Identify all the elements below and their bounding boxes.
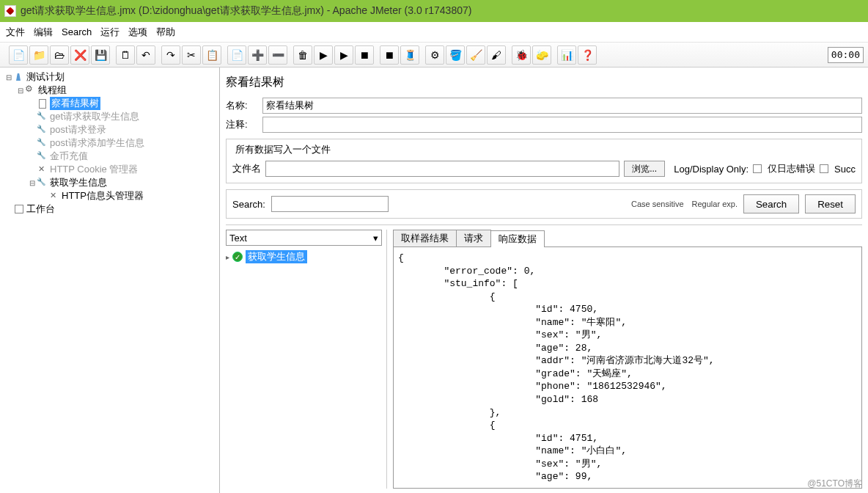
toolbar-button-4[interactable]: 💾: [91, 45, 110, 65]
x-icon: [48, 191, 60, 201]
timer-display: 00:00: [828, 47, 864, 63]
toolbar-button-21[interactable]: 🧹: [466, 45, 485, 65]
write-all-data-legend: 所有数据写入一个文件: [232, 143, 334, 156]
filename-input[interactable]: [265, 161, 619, 177]
menu-search[interactable]: Search: [62, 26, 92, 37]
watermark: @51CTO博客: [807, 478, 862, 490]
titlebar: get请求获取学生信息.jmx (D:\zidonghua\get请求获取学生信…: [0, 0, 868, 22]
menubar: 文件 编辑 Search 运行 选项 帮助: [0, 22, 868, 43]
renderer-select[interactable]: Text ▾: [226, 230, 382, 246]
window-title: get请求获取学生信息.jmx (D:\zidonghua\get请求获取学生信…: [21, 4, 471, 18]
name-label: 名称:: [226, 99, 262, 112]
tree-item-label: post请求添加学生信息: [50, 136, 144, 150]
search-input[interactable]: [271, 196, 389, 212]
toolbar-button-5[interactable]: 🗒: [116, 45, 135, 65]
doc-icon: [37, 98, 48, 109]
flask-icon: [13, 72, 25, 82]
response-body[interactable]: { "error_code": 0, "stu_info": [ { "id":…: [393, 247, 862, 489]
results-area: Text ▾ ▸ ✓ 获取学生信息 取样器结果 请求 响应数据 { "error…: [226, 224, 862, 489]
toolbar-button-18[interactable]: 🧵: [400, 45, 419, 65]
tree-item-label: 线程组: [38, 84, 67, 97]
tree-panel[interactable]: ⊟测试计划⊟线程组察看结果树get请求获取学生信息post请求登录post请求添…: [0, 67, 220, 493]
name-input[interactable]: [262, 98, 862, 114]
menu-file[interactable]: 文件: [6, 26, 25, 39]
toolbar-button-24[interactable]: 🧽: [532, 45, 551, 65]
tree-item-5[interactable]: post请求添加学生信息: [1, 136, 218, 150]
tree-item-label: 获取学生信息: [50, 176, 107, 189]
expand-icon[interactable]: ⊟: [4, 73, 13, 81]
wrench-icon: [37, 112, 48, 122]
toolbar-button-17[interactable]: ⏹: [380, 45, 399, 65]
toolbar-button-11[interactable]: ➕: [248, 45, 267, 65]
toolbar-button-1[interactable]: 📁: [29, 45, 48, 65]
toolbar-button-23[interactable]: 🐞: [512, 45, 531, 65]
toolbar-button-10[interactable]: 📄: [227, 45, 246, 65]
gear-icon: [25, 85, 37, 95]
toolbar-button-7[interactable]: ↷: [161, 45, 180, 65]
search-label: Search:: [232, 199, 265, 210]
result-item[interactable]: ▸ ✓ 获取学生信息: [226, 250, 382, 263]
toolbar-button-20[interactable]: 🪣: [446, 45, 465, 65]
toolbar-button-16[interactable]: ⏹: [355, 45, 374, 65]
expand-icon[interactable]: ⊟: [28, 179, 37, 187]
menu-help[interactable]: 帮助: [156, 26, 175, 39]
browse-button[interactable]: 浏览...: [624, 161, 665, 177]
tree-item-label: 工作台: [26, 202, 55, 216]
case-sensitive-label: Case sensitive: [631, 200, 684, 208]
tree-item-10[interactable]: 工作台: [1, 202, 218, 216]
search-button[interactable]: Search: [743, 194, 799, 213]
menu-run[interactable]: 运行: [100, 26, 119, 39]
toolbar-button-2[interactable]: 🗁: [50, 45, 69, 65]
tree-item-label: 测试计划: [26, 70, 65, 84]
tree-item-8[interactable]: ⊟获取学生信息: [1, 176, 218, 189]
tab-sampler[interactable]: 取样器结果: [393, 230, 457, 246]
toolbar-button-26[interactable]: ❓: [578, 45, 597, 65]
wrench-icon: [37, 138, 48, 148]
only-errors-label: 仅日志错误: [768, 162, 815, 175]
toolbar-button-3[interactable]: ❌: [70, 45, 89, 65]
toolbar-button-19[interactable]: ⚙: [425, 45, 444, 65]
toolbar-button-22[interactable]: 🖌: [487, 45, 506, 65]
tree-item-label: HTTP Cookie 管理器: [50, 163, 138, 176]
tree-expand-icon: ▸: [226, 253, 229, 261]
toolbar-button-9[interactable]: 📋: [202, 45, 221, 65]
panel-heading: 察看结果树: [226, 75, 862, 90]
menu-options[interactable]: 选项: [128, 26, 147, 39]
tree-item-3[interactable]: get请求获取学生信息: [1, 110, 218, 123]
tab-request[interactable]: 请求: [456, 230, 491, 246]
tree-item-0[interactable]: ⊟测试计划: [1, 70, 218, 84]
toolbar-button-0[interactable]: 📄: [9, 45, 28, 65]
toolbar-button-13[interactable]: 🗑: [293, 45, 312, 65]
only-errors-checkbox[interactable]: [753, 164, 762, 173]
menu-edit[interactable]: 编辑: [34, 26, 53, 39]
regex-label: Regular exp.: [692, 200, 738, 208]
toolbar-button-15[interactable]: ▶: [334, 45, 353, 65]
wrench-icon: [37, 151, 48, 161]
wrench-icon: [37, 178, 48, 188]
workspace: ⊟测试计划⊟线程组察看结果树get请求获取学生信息post请求登录post请求添…: [0, 67, 868, 493]
toolbar-button-8[interactable]: ✂: [182, 45, 201, 65]
expand-icon[interactable]: ⊟: [16, 87, 25, 95]
tree-item-7[interactable]: HTTP Cookie 管理器: [1, 163, 218, 176]
success-label: Succ: [834, 164, 856, 175]
tab-response[interactable]: 响应数据: [490, 230, 545, 247]
write-all-data-group: 所有数据写入一个文件 文件名 浏览... Log/Display Only: 仅…: [226, 139, 862, 183]
search-row: Search: Case sensitive Regular exp. Sear…: [226, 189, 862, 219]
tree-item-label: 察看结果树: [50, 97, 100, 110]
toolbar-button-6[interactable]: ↶: [136, 45, 155, 65]
tabs: 取样器结果 请求 响应数据: [393, 230, 862, 247]
tree-item-6[interactable]: 金币充值: [1, 150, 218, 163]
n-icon: [13, 204, 25, 214]
tree-item-1[interactable]: ⊟线程组: [1, 84, 218, 97]
results-detail-panel: 取样器结果 请求 响应数据 { "error_code": 0, "stu_in…: [387, 230, 862, 489]
toolbar-button-12[interactable]: ➖: [268, 45, 287, 65]
success-checkbox[interactable]: [820, 164, 828, 173]
toolbar-button-14[interactable]: ▶: [314, 45, 333, 65]
tree-item-2[interactable]: 察看结果树: [1, 97, 218, 110]
toolbar-button-25[interactable]: 📊: [557, 45, 576, 65]
tree-item-4[interactable]: post请求登录: [1, 123, 218, 136]
tree-item-9[interactable]: HTTP信息头管理器: [1, 189, 218, 202]
comment-input[interactable]: [262, 117, 862, 133]
results-tree-panel: Text ▾ ▸ ✓ 获取学生信息: [226, 230, 387, 489]
reset-button[interactable]: Reset: [805, 194, 856, 213]
